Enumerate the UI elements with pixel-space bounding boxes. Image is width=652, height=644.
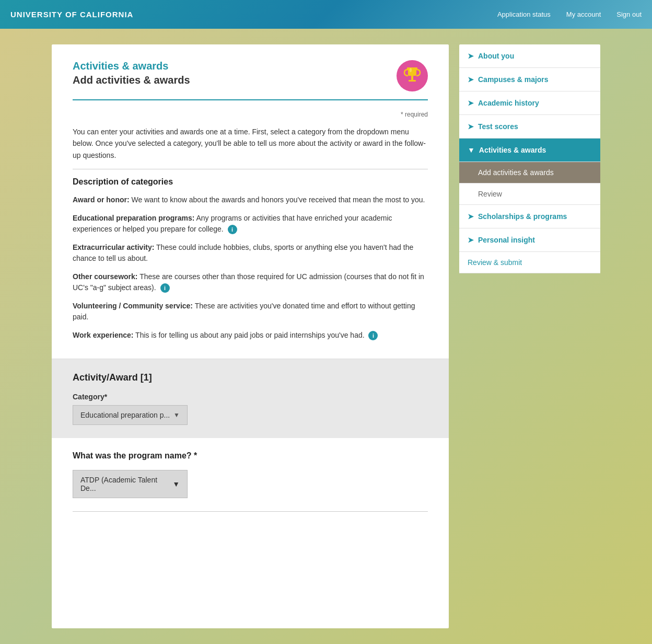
main-content: Activities & awards Add activities & awa…	[52, 44, 449, 628]
program-chevron-down-icon: ▼	[172, 480, 180, 488]
chevron-right-icon: ➤	[468, 236, 474, 244]
sidebar-sub-item-add-activities[interactable]: Add activities & awards	[459, 162, 600, 183]
page-body: Activities & awards Add activities & awa…	[0, 29, 652, 644]
activity-award-heading: Activity/Award [1]	[73, 372, 428, 383]
required-note: * required	[73, 111, 428, 118]
chevron-right-icon: ➤	[468, 52, 474, 60]
svg-rect-4	[409, 80, 416, 82]
sidebar-item-personal-insight[interactable]: ➤ Personal insight	[459, 228, 600, 252]
page-title-section: Activities & awards Add activities & awa…	[73, 60, 428, 100]
category-select-value: Educational preparation p...	[80, 411, 170, 419]
sidebar: ➤ About you ➤ Campuses & majors ➤ Academ…	[459, 44, 600, 628]
chevron-right-icon: ➤	[468, 122, 474, 131]
categories-heading: Description of categories	[73, 177, 428, 187]
category-volunteering: Volunteering / Community service: These …	[73, 301, 428, 323]
chevron-right-icon: ➤	[468, 75, 474, 84]
sidebar-item-review-submit[interactable]: Review & submit	[459, 252, 600, 273]
sidebar-item-label: Activities & awards	[479, 146, 546, 154]
program-select[interactable]: ATDP (Academic Talent De... ▼	[73, 470, 188, 498]
sidebar-item-label: Academic history	[478, 99, 539, 107]
chevron-right-icon: ➤	[468, 99, 474, 107]
category-select[interactable]: Educational preparation p... ▼	[73, 405, 188, 425]
category-work-experience: Work experience: This is for telling us …	[73, 330, 428, 341]
intro-text: You can enter your activities and awards…	[73, 126, 428, 161]
chevron-down-icon: ▼	[468, 146, 475, 154]
category-award-honor: Award or honor: We want to know about th…	[73, 194, 428, 205]
sidebar-item-label: Test scores	[478, 122, 518, 131]
application-status-link[interactable]: Application status	[497, 10, 551, 18]
university-logo: UNIVERSITY OF CALIFORNIA	[10, 10, 133, 19]
section-label: Activities & awards	[73, 60, 190, 72]
category-extracurricular-name: Extracurricular activity:	[73, 243, 154, 251]
sidebar-item-test-scores[interactable]: ➤ Test scores	[459, 115, 600, 139]
svg-rect-1	[408, 68, 416, 76]
header-nav: Application status My account Sign out	[497, 10, 642, 18]
activity-section: Activity/Award [1] Category* Educational…	[52, 359, 449, 438]
category-form-label: Category*	[73, 393, 428, 401]
other-coursework-info-icon[interactable]: i	[160, 283, 170, 293]
sidebar-item-scholarships-programs[interactable]: ➤ Scholarships & programs	[459, 205, 600, 228]
sidebar-sub-label: Review	[478, 190, 502, 198]
svg-point-5	[410, 68, 412, 72]
sidebar-sub-item-review[interactable]: Review	[459, 183, 600, 205]
sidebar-item-campuses-majors[interactable]: ➤ Campuses & majors	[459, 68, 600, 91]
sidebar-item-academic-history[interactable]: ➤ Academic history	[459, 91, 600, 115]
sidebar-item-label: Personal insight	[478, 236, 535, 244]
program-divider	[73, 511, 428, 512]
trophy-icon	[397, 60, 428, 91]
sidebar-item-label: About you	[478, 52, 514, 60]
chevron-right-icon: ➤	[468, 212, 474, 221]
category-chevron-down-icon: ▼	[173, 411, 180, 419]
sidebar-item-about-you[interactable]: ➤ About you	[459, 44, 600, 68]
section-sublabel: Add activities & awards	[73, 74, 190, 86]
sidebar-item-label: Scholarships & programs	[478, 212, 567, 221]
category-other-coursework: Other coursework: These are courses othe…	[73, 271, 428, 293]
sidebar-item-activities-awards[interactable]: ▼ Activities & awards	[459, 139, 600, 162]
sidebar-sub-label: Add activities & awards	[478, 168, 554, 177]
edu-prep-info-icon[interactable]: i	[228, 225, 237, 234]
main-top-section: Activities & awards Add activities & awa…	[52, 44, 449, 359]
category-work-experience-name: Work experience:	[73, 331, 133, 339]
category-work-experience-desc: This is for telling us about any paid jo…	[135, 331, 364, 339]
category-edu-prep-name: Educational preparation programs:	[73, 214, 194, 222]
sidebar-item-label: Campuses & majors	[478, 75, 549, 84]
sign-out-link[interactable]: Sign out	[616, 10, 642, 18]
divider-1	[73, 169, 428, 169]
category-other-coursework-name: Other coursework:	[73, 272, 137, 281]
program-name-heading: What was the program name? *	[73, 451, 428, 461]
sidebar-card: ➤ About you ➤ Campuses & majors ➤ Academ…	[459, 44, 600, 273]
category-volunteering-name: Volunteering / Community service:	[73, 302, 193, 310]
page-title-text: Activities & awards Add activities & awa…	[73, 60, 190, 86]
svg-rect-2	[407, 67, 417, 70]
header: UNIVERSITY OF CALIFORNIA Application sta…	[0, 0, 652, 29]
category-extracurricular: Extracurricular activity: These could in…	[73, 242, 428, 264]
work-experience-info-icon[interactable]: i	[368, 331, 378, 340]
svg-rect-3	[411, 76, 413, 80]
program-section: What was the program name? * ATDP (Acade…	[52, 438, 449, 525]
category-award-honor-name: Award or honor:	[73, 196, 130, 204]
program-select-value: ATDP (Academic Talent De...	[80, 476, 172, 492]
category-edu-prep: Educational preparation programs: Any pr…	[73, 213, 428, 235]
category-award-honor-desc: We want to know about the awards and hon…	[132, 196, 425, 204]
my-account-link[interactable]: My account	[566, 10, 601, 18]
sidebar-plain-label: Review & submit	[468, 258, 522, 267]
